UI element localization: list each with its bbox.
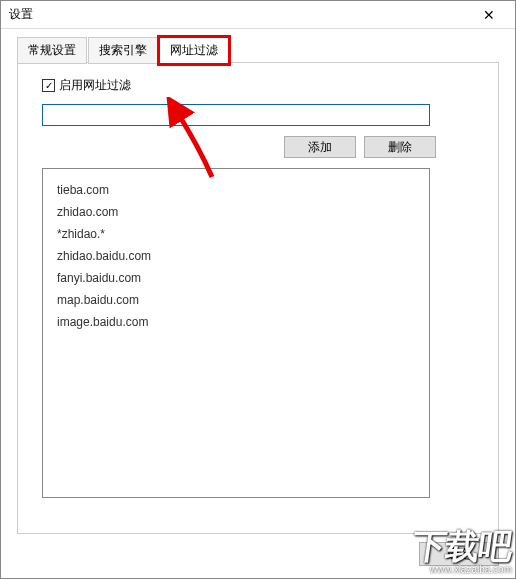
tab-strip: 常规设置 搜索引擎 网址过滤 [17, 37, 499, 63]
enable-filter-row[interactable]: ✓ 启用网址过滤 [42, 77, 480, 94]
url-listbox[interactable]: tieba.comzhidao.com*zhidao.*zhidao.baidu… [42, 168, 430, 498]
list-item[interactable]: zhidao.baidu.com [57, 245, 415, 267]
tab-label: 常规设置 [28, 43, 76, 57]
list-item[interactable]: map.baidu.com [57, 289, 415, 311]
tab-search-engine[interactable]: 搜索引擎 [88, 37, 158, 64]
close-icon: ✕ [483, 7, 495, 23]
list-item[interactable]: fanyi.baidu.com [57, 267, 415, 289]
window-title: 设置 [9, 6, 469, 23]
titlebar: 设置 ✕ [1, 1, 515, 29]
tab-label: 网址过滤 [170, 43, 218, 57]
close-button[interactable]: ✕ [469, 3, 509, 27]
list-item[interactable]: *zhidao.* [57, 223, 415, 245]
add-button[interactable]: 添加 [284, 136, 356, 158]
tab-panel-url-filter: ✓ 启用网址过滤 添加 删除 tieba.comzhidao.com*zhida… [17, 62, 499, 534]
list-item[interactable]: zhidao.com [57, 201, 415, 223]
tab-label: 搜索引擎 [99, 43, 147, 57]
settings-window: 设置 ✕ 常规设置 搜索引擎 网址过滤 ✓ 启用网址过滤 [0, 0, 516, 579]
button-label: 删除 [388, 139, 412, 156]
button-label: 确定 [447, 546, 471, 563]
delete-button[interactable]: 删除 [364, 136, 436, 158]
check-icon: ✓ [45, 81, 53, 91]
tab-url-filter[interactable]: 网址过滤 [159, 37, 229, 64]
list-item[interactable]: tieba.com [57, 179, 415, 201]
footer: 确定 [1, 534, 515, 578]
button-row: 添加 删除 [42, 136, 436, 158]
button-label: 添加 [308, 139, 332, 156]
client-area: 常规设置 搜索引擎 网址过滤 ✓ 启用网址过滤 添加 [1, 29, 515, 534]
tab-general[interactable]: 常规设置 [17, 37, 87, 64]
ok-button[interactable]: 确定 [419, 542, 499, 566]
enable-filter-checkbox[interactable]: ✓ [42, 79, 55, 92]
url-input[interactable] [42, 104, 430, 126]
enable-filter-label: 启用网址过滤 [59, 77, 131, 94]
list-item[interactable]: image.baidu.com [57, 311, 415, 333]
